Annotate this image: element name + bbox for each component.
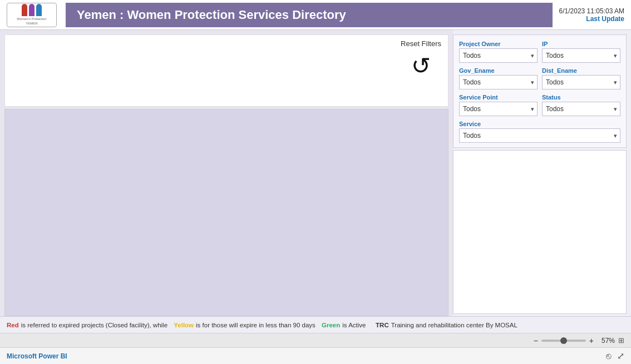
- figure-purple: [29, 4, 34, 16]
- filters-box: Project Owner Todos IP Todos: [453, 34, 627, 148]
- reset-filters-bar: Reset Filters ↺: [4, 34, 448, 107]
- filter-group-dist-ename: Dist_Ename Todos: [542, 67, 620, 89]
- ip-label: IP: [542, 41, 620, 47]
- filter-group-ip: IP Todos: [542, 41, 620, 63]
- service-point-label: Service Point: [459, 94, 538, 101]
- logo-figures: [22, 4, 42, 16]
- powerbi-footer: Microsoft Power BI ⎋ ⤢: [0, 347, 631, 364]
- service-point-select[interactable]: Todos: [459, 102, 538, 116]
- main-content: Reset Filters ↺ Project Owner Todos: [0, 30, 631, 316]
- reset-filters-label: Reset Filters: [401, 39, 441, 48]
- status-select[interactable]: Todos: [542, 102, 620, 116]
- dist-ename-select[interactable]: Todos: [542, 75, 620, 89]
- project-owner-select[interactable]: Todos: [459, 48, 538, 63]
- bottom-legend: Red is referred to expired projects (Clo…: [7, 322, 517, 328]
- logo-area: Women's Protection YEMEN: [7, 3, 57, 27]
- map-panel: [4, 109, 448, 316]
- reset-icon: ↺: [407, 51, 436, 80]
- powerbi-icons: ⎋ ⤢: [606, 351, 624, 361]
- filter-group-service: Service Todos: [459, 121, 620, 143]
- gov-ename-select[interactable]: Todos: [459, 75, 538, 89]
- service-select-wrapper: Todos: [459, 128, 620, 143]
- gov-ename-select-wrapper: Todos: [459, 75, 538, 89]
- header: Women's Protection YEMEN Yemen : Women P…: [0, 0, 631, 30]
- zoom-fit-icon[interactable]: ⊞: [618, 336, 624, 345]
- reset-filters-button[interactable]: Reset Filters ↺: [401, 39, 441, 80]
- zoom-minus-button[interactable]: −: [534, 336, 538, 345]
- yellow-desc: is for those will expire in less than 90…: [196, 322, 316, 328]
- share-icon[interactable]: ⎋: [606, 351, 612, 361]
- filter-row-2: Gov_Ename Todos Dist_Ename Todos: [459, 67, 620, 89]
- logo-box: Women's Protection YEMEN: [7, 3, 57, 27]
- left-panel: Reset Filters ↺: [0, 30, 453, 316]
- project-owner-select-wrapper: Todos: [459, 48, 538, 63]
- status-select-wrapper: Todos: [542, 102, 620, 116]
- green-desc: is Active: [342, 322, 366, 328]
- zoom-thumb: [560, 337, 567, 344]
- zoom-bar: − + 57% ⊞: [0, 333, 631, 347]
- filter-group-service-point: Service Point Todos: [459, 94, 538, 116]
- right-panel: Project Owner Todos IP Todos: [453, 30, 631, 316]
- red-desc: is referred to expired projects (Closed …: [21, 322, 167, 328]
- red-label: Red: [7, 322, 19, 328]
- filter-group-status: Status Todos: [542, 94, 620, 116]
- header-datetime: 6/1/2023 11:05:03 AM Last Update: [559, 7, 624, 23]
- dist-ename-label: Dist_Ename: [542, 67, 620, 74]
- service-point-select-wrapper: Todos: [459, 102, 538, 116]
- gov-ename-label: Gov_Ename: [459, 67, 538, 74]
- last-update-link[interactable]: Last Update: [559, 15, 624, 23]
- zoom-percent: 57%: [597, 337, 615, 345]
- filter-group-gov-ename: Gov_Ename Todos: [459, 67, 538, 89]
- filter-row-3: Service Point Todos Status Todos: [459, 94, 620, 116]
- logo-text: Women's Protection YEMEN: [17, 17, 46, 25]
- filter-group-project-owner: Project Owner Todos: [459, 41, 538, 63]
- ip-select[interactable]: Todos: [542, 48, 620, 63]
- chart-panel: [453, 150, 627, 314]
- powerbi-link[interactable]: Microsoft Power BI: [7, 352, 67, 360]
- bottom-bar: Red is referred to expired projects (Clo…: [0, 316, 631, 333]
- service-label: Service: [459, 121, 620, 127]
- expand-icon[interactable]: ⤢: [617, 351, 624, 361]
- zoom-slider[interactable]: [541, 340, 586, 342]
- page-title: Yemen : Women Protection Services Direct…: [66, 3, 553, 27]
- ip-select-wrapper: Todos: [542, 48, 620, 63]
- service-select[interactable]: Todos: [459, 128, 620, 143]
- trc-label: TRC: [376, 322, 389, 328]
- status-label: Status: [542, 94, 620, 101]
- yellow-label: Yellow: [174, 322, 194, 328]
- figure-red: [22, 4, 27, 16]
- figure-blue: [36, 4, 42, 16]
- trc-desc: Training and rehabilitation center By MO…: [391, 322, 517, 328]
- project-owner-label: Project Owner: [459, 41, 538, 47]
- green-label: Green: [322, 322, 340, 328]
- filter-row-4: Service Todos: [459, 121, 620, 143]
- zoom-plus-button[interactable]: +: [589, 336, 594, 345]
- dist-ename-select-wrapper: Todos: [542, 75, 620, 89]
- filter-row-1: Project Owner Todos IP Todos: [459, 41, 620, 63]
